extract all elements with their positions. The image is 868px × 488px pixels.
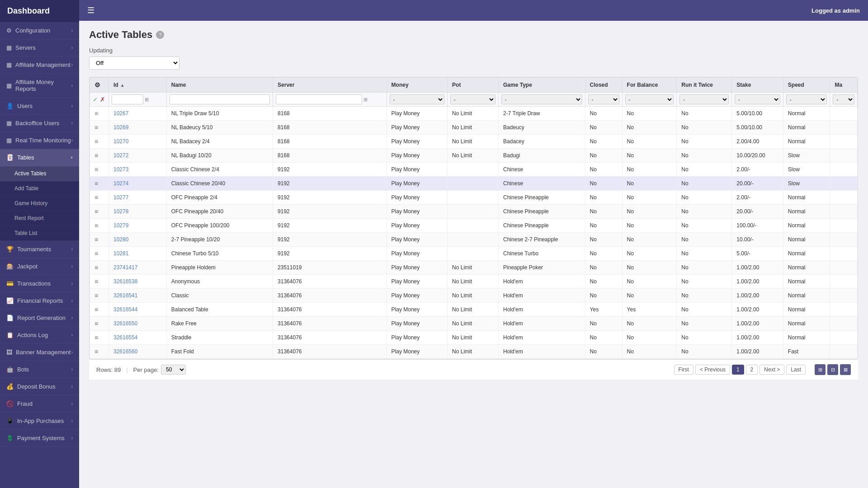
sidebar-item-configuration[interactable]: ⚙ Configuration › — [0, 22, 79, 39]
row-menu-icon[interactable]: ≡ — [94, 334, 98, 341]
row-id[interactable]: 10272 — [109, 149, 167, 163]
sidebar-item-tables[interactable]: 🃏 Tables ▾ — [0, 149, 79, 166]
sidebar-item-bots[interactable]: 🤖 Bots › — [0, 361, 79, 378]
filter-speed-select[interactable]: -NormalSlowFast — [786, 94, 827, 104]
row-id[interactable]: 10280 — [109, 233, 167, 247]
row-menu-icon[interactable]: ≡ — [94, 194, 98, 201]
sidebar-item-inapp[interactable]: 📱 In-App Purchases › — [0, 413, 79, 430]
sidebar-sub-active-tables[interactable]: Active Tables — [0, 166, 79, 181]
check-button[interactable]: ✓ — [93, 96, 98, 103]
row-id[interactable]: 32616541 — [109, 289, 167, 303]
th-settings[interactable]: ⚙ — [90, 78, 109, 93]
export-icon-3[interactable]: ⊠ — [840, 364, 851, 375]
sidebar-item-affiliate-management[interactable]: ▦ Affiliate Management › — [0, 56, 79, 74]
th-run-twice[interactable]: Run it Twice — [677, 78, 732, 93]
row-id[interactable]: 32616538 — [109, 275, 167, 289]
row-id[interactable]: 32616544 — [109, 303, 167, 317]
row-menu-icon[interactable]: ≡ — [94, 278, 98, 285]
row-menu-icon[interactable]: ≡ — [94, 306, 98, 313]
row-id[interactable]: 10273 — [109, 163, 167, 177]
filter-closed-select[interactable]: -YesNo — [588, 94, 619, 104]
row-menu-icon[interactable]: ≡ — [94, 124, 98, 131]
row-menu-icon[interactable]: ≡ — [94, 264, 98, 271]
first-page-button[interactable]: First — [674, 365, 693, 375]
sidebar-item-payment[interactable]: 💲 Payment Systems › — [0, 430, 79, 447]
export-icon-1[interactable]: ⊞ — [815, 364, 826, 375]
row-id[interactable]: 10278 — [109, 205, 167, 219]
sidebar-item-backoffice[interactable]: ▦ Backoffice Users › — [0, 115, 79, 132]
filter-pot-select[interactable]: -No LimitPot Limit — [450, 94, 495, 104]
th-name[interactable]: Name — [166, 78, 273, 93]
row-menu-icon[interactable]: ≡ — [94, 348, 98, 355]
sidebar-item-jackpot[interactable]: 🎰 Jackpot › — [0, 258, 79, 275]
row-menu-icon[interactable]: ≡ — [94, 166, 98, 173]
sidebar-sub-add-table[interactable]: Add Table — [0, 181, 79, 196]
row-id[interactable]: 10281 — [109, 247, 167, 261]
row-menu-icon[interactable]: ≡ — [94, 110, 98, 117]
row-id[interactable]: 32616554 — [109, 331, 167, 345]
filter-forbalance-select[interactable]: -YesNo — [625, 94, 674, 104]
sidebar-item-banner[interactable]: 🖼 Banner Management › — [0, 344, 79, 361]
sidebar-sub-rent-report[interactable]: Rent Report — [0, 211, 79, 226]
th-stake[interactable]: Stake — [732, 78, 783, 93]
row-menu-icon[interactable]: ≡ — [94, 250, 98, 257]
help-icon[interactable]: ? — [156, 31, 164, 39]
per-page-select[interactable]: 10 25 50 100 — [161, 365, 186, 375]
filter-runtwice-select[interactable]: -YesNo — [679, 94, 729, 104]
filter-stake-select[interactable]: - — [735, 94, 780, 104]
row-id[interactable]: 10267 — [109, 107, 167, 121]
last-page-button[interactable]: Last — [786, 365, 806, 375]
page-2-button[interactable]: 2 — [746, 365, 758, 375]
sidebar-item-tournaments[interactable]: 🏆 Tournaments › — [0, 241, 79, 258]
sidebar-item-users[interactable]: 👤 Users › — [0, 98, 79, 115]
row-menu-icon[interactable]: ≡ — [94, 292, 98, 299]
sidebar-item-financial[interactable]: 📈 Financial Reports › — [0, 292, 79, 310]
row-menu-icon[interactable]: ≡ — [94, 222, 98, 229]
th-pot[interactable]: Pot — [448, 78, 499, 93]
row-menu-icon[interactable]: ≡ — [94, 236, 98, 243]
filter-id-icon[interactable]: ⊞ — [145, 97, 149, 103]
filter-ma-select[interactable]: - — [833, 94, 854, 104]
filter-money-select[interactable]: -Play MoneyReal Money — [390, 94, 444, 104]
updating-select[interactable]: Off 1s 5s 10s 30s — [89, 56, 179, 70]
row-id[interactable]: 10279 — [109, 219, 167, 233]
th-closed[interactable]: Closed — [585, 78, 622, 93]
row-menu-icon[interactable]: ≡ — [94, 152, 98, 159]
row-id[interactable]: 10277 — [109, 191, 167, 205]
sidebar-item-deposit[interactable]: 💰 Deposit Bonus › — [0, 378, 79, 395]
sidebar-item-transactions[interactable]: 💳 Transactions › — [0, 275, 79, 292]
filter-id-input[interactable] — [112, 94, 143, 104]
sidebar-sub-table-list[interactable]: Table List — [0, 226, 79, 241]
th-game-type[interactable]: Game Type — [499, 78, 585, 93]
row-menu-icon[interactable]: ≡ — [94, 138, 98, 145]
prev-page-button[interactable]: < Previous — [695, 365, 730, 375]
page-1-button[interactable]: 1 — [732, 365, 744, 375]
filter-server-input[interactable] — [276, 94, 362, 104]
sidebar-item-realtime[interactable]: ▦ Real Time Monitoring › — [0, 132, 79, 149]
row-id[interactable]: 32616550 — [109, 317, 167, 331]
sidebar-item-fraud[interactable]: 🚫 Fraud › — [0, 395, 79, 413]
export-icon-2[interactable]: ⊟ — [827, 364, 838, 375]
filter-server-icon[interactable]: ⊞ — [363, 97, 368, 103]
hamburger-menu-button[interactable]: ☰ — [87, 5, 94, 15]
th-id[interactable]: Id ▲ — [109, 78, 167, 93]
sidebar-item-servers[interactable]: ▦ Servers › — [0, 39, 79, 56]
sidebar-item-affiliate-money[interactable]: ▦ Affiliate Money Reports › — [0, 74, 79, 98]
th-ma[interactable]: Ma — [830, 78, 858, 93]
row-id[interactable]: 10274 — [109, 177, 167, 191]
row-id[interactable]: 10270 — [109, 135, 167, 149]
x-button[interactable]: ✗ — [100, 96, 105, 103]
row-id[interactable]: 32616560 — [109, 345, 167, 359]
sidebar-item-report-gen[interactable]: 📄 Report Generation › — [0, 310, 79, 327]
th-money[interactable]: Money — [387, 78, 447, 93]
th-speed[interactable]: Speed — [783, 78, 830, 93]
row-id[interactable]: 10269 — [109, 121, 167, 135]
th-for-balance[interactable]: For Balance — [622, 78, 677, 93]
sidebar-sub-game-history[interactable]: Game History — [0, 196, 79, 211]
filter-gametype-select[interactable]: - — [501, 94, 582, 104]
filter-name-input[interactable] — [170, 94, 270, 104]
next-page-button[interactable]: Next > — [760, 365, 784, 375]
row-id[interactable]: 23741417 — [109, 261, 167, 275]
sidebar-item-actions-log[interactable]: 📋 Actions Log › — [0, 327, 79, 344]
row-menu-icon[interactable]: ≡ — [94, 180, 98, 187]
